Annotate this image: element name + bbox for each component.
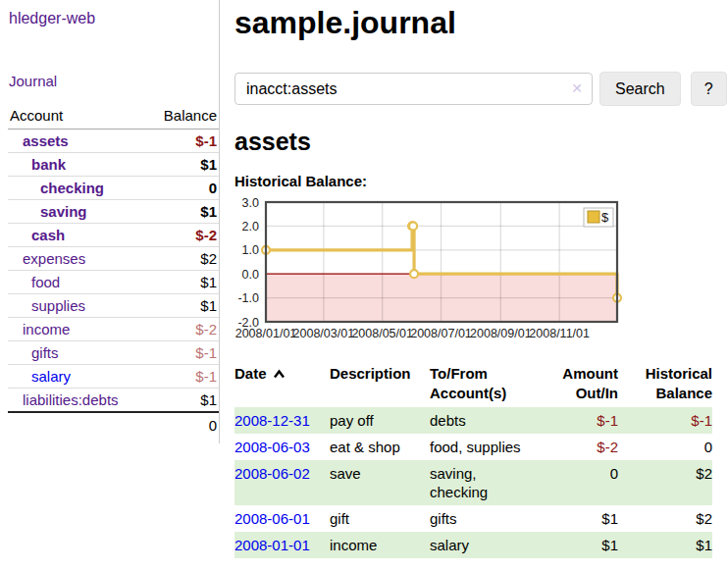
account-balance: $1 [145, 294, 219, 318]
svg-text:3.0: 3.0 [242, 196, 259, 210]
clear-search-icon[interactable]: ✕ [571, 80, 583, 96]
column-header-date-label: Date [234, 365, 267, 382]
transaction-amount: $1 [555, 532, 618, 558]
svg-text:$: $ [601, 210, 609, 225]
account-balance: $1 [145, 389, 219, 413]
account-link-income[interactable]: income [23, 321, 70, 337]
account-row: bank $1 [8, 153, 219, 177]
svg-text:2008/05/01: 2008/05/01 [351, 327, 413, 340]
brand-link[interactable]: hledger-web [9, 10, 219, 27]
account-balance: $2 [145, 247, 219, 271]
transaction-date-link[interactable]: 2008-06-03 [234, 439, 310, 455]
main-content: sample.journal ✕ Search ? assets Histori… [220, 0, 728, 571]
account-heading: assets [234, 127, 727, 156]
sort-ascending-icon [273, 369, 286, 379]
transaction-accounts: food, supplies [430, 434, 555, 460]
transaction-amount: 0 [555, 460, 618, 505]
historical-balance-chart: $3.02.01.00.0-1.0-2.02008/01/012008/03/0… [234, 199, 627, 346]
account-link-gifts[interactable]: gifts [31, 344, 59, 361]
accounts-header-account: Account [8, 104, 145, 130]
transaction-row[interactable]: 2008-06-03 eat & shop food, supplies $-2… [234, 434, 712, 460]
account-balance: $-1 [145, 341, 219, 365]
account-link-assets[interactable]: assets [23, 132, 69, 149]
transaction-date-link[interactable]: 2008-01-01 [234, 537, 310, 553]
svg-text:2.0: 2.0 [242, 220, 259, 234]
account-link-cash[interactable]: cash [31, 227, 65, 243]
transaction-description: pay off [330, 407, 430, 434]
transaction-row[interactable]: 2008-06-01 gift gifts $1 $2 [234, 505, 712, 532]
account-row: supplies $1 [8, 294, 219, 318]
transaction-balance: $1 [618, 532, 712, 558]
account-balance: $1 [145, 271, 219, 294]
account-link-supplies[interactable]: supplies [31, 297, 85, 314]
svg-text:2008/07/01: 2008/07/01 [410, 327, 472, 340]
transaction-amount: $-2 [555, 434, 618, 460]
transaction-date-link[interactable]: 2008-06-02 [234, 465, 310, 482]
help-button[interactable]: ? [691, 72, 727, 106]
account-link-salary[interactable]: salary [31, 368, 71, 385]
account-balance: $1 [145, 200, 219, 224]
page-title: sample.journal [234, 3, 727, 42]
svg-text:-1.0: -1.0 [237, 291, 259, 305]
account-link-checking[interactable]: checking [40, 180, 104, 196]
account-link-food[interactable]: food [31, 274, 60, 290]
svg-text:2008/09/01: 2008/09/01 [470, 327, 532, 340]
transaction-description: eat & shop [330, 434, 430, 460]
transaction-balance: 0 [618, 434, 712, 460]
account-balance: $-2 [145, 318, 219, 341]
account-balance: 0 [145, 177, 219, 200]
transaction-description: gift [330, 505, 430, 532]
accounts-header-balance: Balance [145, 104, 219, 130]
transaction-accounts: salary [430, 532, 555, 558]
transaction-balance: $2 [618, 505, 712, 532]
transaction-row[interactable]: 2008-01-01 income salary $1 $1 [234, 532, 712, 558]
account-row: saving $1 [8, 200, 219, 224]
search-form: ✕ Search ? [234, 72, 727, 106]
chart-title: Historical Balance: [234, 173, 727, 189]
accounts-total-row: 0 [8, 412, 219, 438]
transaction-accounts: debts [430, 407, 555, 434]
svg-text:1.0: 1.0 [242, 243, 259, 257]
account-row: checking 0 [8, 177, 219, 200]
account-row: cash $-2 [8, 224, 219, 247]
account-link-saving[interactable]: saving [40, 203, 87, 220]
svg-text:2008/01/01: 2008/01/01 [235, 327, 297, 340]
sidebar-item-journal[interactable]: Journal [9, 73, 219, 89]
search-input[interactable] [234, 73, 593, 105]
account-row: income $-2 [8, 318, 219, 341]
transaction-row[interactable]: 2008-12-31 pay off debts $-1 $-1 [234, 407, 712, 434]
account-link-liabilities-debts[interactable]: liabilities:debts [23, 391, 119, 408]
transaction-balance: $2 [618, 460, 712, 505]
transaction-description: save [330, 460, 430, 505]
account-row: salary $-1 [8, 365, 219, 389]
account-row: expenses $2 [8, 247, 219, 271]
app-window: hledger-web Journal Account Balance asse… [0, 0, 728, 571]
account-row: liabilities:debts $1 [8, 389, 219, 413]
column-header-balance: Historical Balance [618, 362, 712, 407]
transaction-date-link[interactable]: 2008-06-01 [234, 510, 310, 527]
account-link-bank[interactable]: bank [31, 156, 66, 173]
search-button[interactable]: Search [599, 72, 681, 106]
transaction-amount: $-1 [555, 407, 618, 434]
account-link-expenses[interactable]: expenses [23, 250, 85, 267]
transaction-accounts: saving, checking [430, 460, 555, 505]
transaction-description: income [330, 532, 430, 558]
accounts-header-row: Account Balance [8, 104, 219, 130]
account-row: gifts $-1 [8, 341, 219, 365]
register-table: Date Description To/From Account(s) Amou… [234, 362, 712, 558]
account-row: assets $-1 [8, 130, 219, 153]
column-header-accounts: To/From Account(s) [430, 362, 555, 407]
column-header-date[interactable]: Date [234, 362, 330, 407]
account-balance: $-2 [145, 224, 219, 247]
column-header-description: Description [330, 362, 430, 407]
account-row: food $1 [8, 271, 219, 294]
accounts-total-balance: 0 [145, 412, 219, 438]
transaction-row[interactable]: 2008-06-02 save saving, checking 0 $2 [234, 460, 712, 505]
transaction-date-link[interactable]: 2008-12-31 [234, 412, 310, 429]
svg-text:2008/11/01: 2008/11/01 [529, 327, 590, 340]
svg-text:0.0: 0.0 [242, 268, 259, 282]
account-balance: $1 [145, 153, 219, 177]
sidebar: hledger-web Journal Account Balance asse… [0, 0, 220, 443]
transaction-accounts: gifts [430, 505, 555, 532]
account-balance: $-1 [145, 365, 219, 389]
